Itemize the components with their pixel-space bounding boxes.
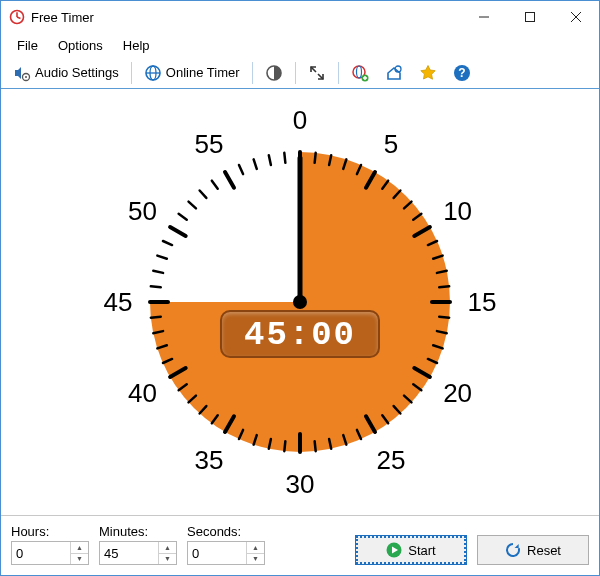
- toolbar: Audio Settings Online Timer: [1, 57, 599, 89]
- add-timer-button[interactable]: [345, 60, 375, 86]
- start-button[interactable]: Start: [355, 535, 467, 565]
- svg-line-51: [284, 441, 285, 451]
- svg-line-68: [157, 256, 167, 259]
- svg-text:0: 0: [293, 105, 307, 135]
- svg-line-75: [225, 172, 234, 188]
- svg-line-67: [153, 271, 163, 273]
- expand-icon: [308, 64, 326, 82]
- fullscreen-button[interactable]: [302, 60, 332, 86]
- svg-text:?: ?: [458, 66, 465, 80]
- contrast-icon: [265, 64, 283, 82]
- online-timer-button[interactable]: Online Timer: [138, 60, 246, 86]
- globe-plus-icon: [351, 64, 369, 82]
- home-globe-icon: [385, 64, 403, 82]
- reset-button[interactable]: Reset: [477, 535, 589, 565]
- titlebar: Free Timer: [1, 1, 599, 33]
- seconds-spinner[interactable]: ▲ ▼: [187, 541, 265, 565]
- online-timer-label: Online Timer: [166, 65, 240, 80]
- contrast-button[interactable]: [259, 60, 289, 86]
- svg-line-77: [254, 159, 257, 169]
- seconds-down-button[interactable]: ▼: [247, 554, 264, 565]
- hours-down-button[interactable]: ▼: [71, 554, 88, 565]
- svg-text:15: 15: [468, 287, 497, 317]
- star-icon: [419, 64, 437, 82]
- speaker-gear-icon: [13, 64, 31, 82]
- svg-line-21: [315, 153, 316, 163]
- favorite-button[interactable]: [413, 60, 443, 86]
- digital-display: 45:00: [220, 310, 380, 358]
- toolbar-separator: [295, 62, 296, 84]
- svg-line-64: [151, 317, 161, 318]
- minutes-up-button[interactable]: ▲: [159, 542, 176, 554]
- hours-label: Hours:: [11, 524, 89, 539]
- seconds-up-button[interactable]: ▲: [247, 542, 264, 554]
- app-title: Free Timer: [31, 10, 94, 25]
- app-window: Free Timer File Options Help: [0, 0, 600, 576]
- hours-input[interactable]: [12, 542, 70, 564]
- svg-text:5: 5: [384, 129, 398, 159]
- svg-line-71: [179, 214, 187, 220]
- svg-line-69: [163, 241, 172, 245]
- help-icon: ?: [453, 64, 471, 82]
- svg-text:50: 50: [128, 196, 157, 226]
- svg-point-93: [293, 295, 307, 309]
- menu-file[interactable]: File: [7, 36, 48, 55]
- svg-line-78: [269, 155, 271, 165]
- audio-settings-button[interactable]: Audio Settings: [7, 60, 125, 86]
- svg-line-74: [212, 181, 218, 189]
- svg-text:10: 10: [443, 196, 472, 226]
- svg-text:55: 55: [195, 129, 224, 159]
- help-button[interactable]: ?: [447, 60, 477, 86]
- svg-rect-4: [526, 13, 535, 22]
- minutes-label: Minutes:: [99, 524, 177, 539]
- svg-text:35: 35: [195, 445, 224, 475]
- menubar: File Options Help: [1, 33, 599, 57]
- globe-icon: [144, 64, 162, 82]
- play-icon: [386, 542, 402, 558]
- svg-line-34: [439, 286, 449, 287]
- svg-text:40: 40: [128, 378, 157, 408]
- svg-text:20: 20: [443, 378, 472, 408]
- seconds-input[interactable]: [188, 542, 246, 564]
- toolbar-separator: [252, 62, 253, 84]
- audio-settings-label: Audio Settings: [35, 65, 119, 80]
- close-button[interactable]: [553, 1, 599, 33]
- svg-line-76: [239, 165, 243, 174]
- reset-icon: [505, 542, 521, 558]
- svg-text:45: 45: [104, 287, 133, 317]
- app-icon: [9, 9, 25, 25]
- timer-main: 0510152025303540455055 45:00: [1, 89, 599, 515]
- hours-spinner[interactable]: ▲ ▼: [11, 541, 89, 565]
- home-button[interactable]: [379, 60, 409, 86]
- minutes-spinner[interactable]: ▲ ▼: [99, 541, 177, 565]
- svg-point-14: [356, 66, 361, 78]
- start-label: Start: [408, 543, 435, 558]
- hours-up-button[interactable]: ▲: [71, 542, 88, 554]
- menu-options[interactable]: Options: [48, 36, 113, 55]
- svg-line-79: [284, 153, 285, 163]
- svg-point-8: [25, 76, 27, 78]
- window-controls: [461, 1, 599, 33]
- minutes-field: Minutes: ▲ ▼: [99, 524, 177, 565]
- svg-text:25: 25: [377, 445, 406, 475]
- reset-label: Reset: [527, 543, 561, 558]
- svg-line-70: [170, 227, 186, 236]
- hours-field: Hours: ▲ ▼: [11, 524, 89, 565]
- bottom-controls: Hours: ▲ ▼ Minutes: ▲ ▼ Seconds:: [1, 515, 599, 575]
- maximize-button[interactable]: [507, 1, 553, 33]
- seconds-field: Seconds: ▲ ▼: [187, 524, 265, 565]
- svg-text:30: 30: [286, 469, 315, 499]
- svg-line-72: [189, 202, 196, 209]
- toolbar-separator: [131, 62, 132, 84]
- svg-line-49: [315, 441, 316, 451]
- seconds-label: Seconds:: [187, 524, 265, 539]
- timer-dial[interactable]: 0510152025303540455055 45:00: [100, 102, 500, 502]
- minutes-input[interactable]: [100, 542, 158, 564]
- svg-line-73: [200, 191, 207, 198]
- toolbar-separator: [338, 62, 339, 84]
- minutes-down-button[interactable]: ▼: [159, 554, 176, 565]
- menu-help[interactable]: Help: [113, 36, 160, 55]
- svg-line-66: [151, 286, 161, 287]
- svg-line-36: [439, 317, 449, 318]
- minimize-button[interactable]: [461, 1, 507, 33]
